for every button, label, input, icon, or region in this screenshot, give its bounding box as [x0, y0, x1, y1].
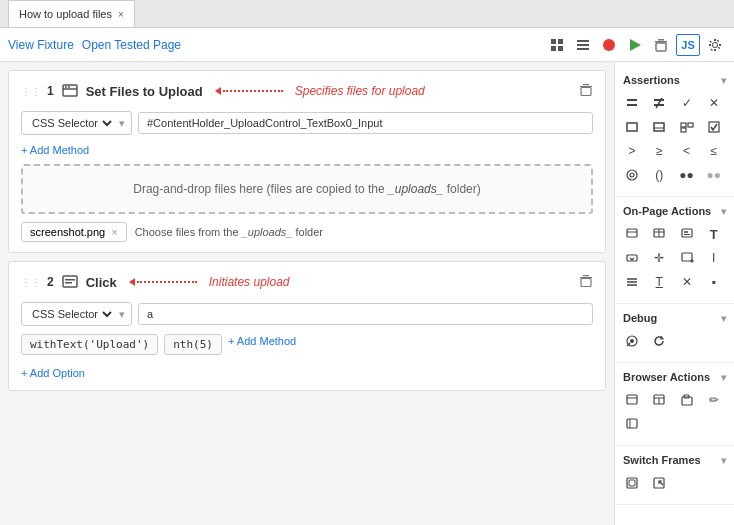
browser-actions-title: Browser Actions	[623, 371, 710, 383]
assert-close-icon[interactable]: ✕	[703, 92, 725, 114]
step-2-add-method[interactable]: + Add Method	[228, 335, 296, 347]
frame-in-icon[interactable]	[621, 472, 643, 494]
step-1-selector-value[interactable]	[138, 112, 593, 134]
action-click-icon[interactable]	[621, 223, 643, 245]
assert-check-icon[interactable]: ✓	[676, 92, 698, 114]
toolbar-icons: JS	[546, 34, 726, 56]
step-1-drop-zone[interactable]: Drag-and-drop files here (files are copi…	[21, 164, 593, 214]
grid-icon[interactable]	[546, 34, 568, 56]
step-2-number: 2	[47, 275, 54, 289]
browser-actions-icons-grid: ✏	[615, 387, 734, 441]
svg-rect-20	[65, 279, 75, 281]
browser-forward-icon[interactable]	[648, 389, 670, 411]
choose-files-link[interactable]: Choose files from the _uploads_ folder	[135, 226, 323, 238]
assert-not-equals-icon[interactable]	[648, 92, 670, 114]
view-fixture-link[interactable]: View Fixture	[8, 38, 74, 52]
step-2-add-option[interactable]: + Add Option	[21, 367, 85, 379]
assertions-header: Assertions ▾	[615, 70, 734, 90]
method-chip-1: withText('Upload')	[21, 334, 158, 355]
svg-rect-33	[681, 123, 686, 127]
file-chip-close[interactable]: ×	[111, 226, 117, 238]
browser-actions-section: Browser Actions ▾ ✏	[615, 363, 734, 446]
method-chip-2: nth(5)	[164, 334, 222, 355]
action-menu-icon[interactable]	[621, 271, 643, 293]
action-dblclick-icon[interactable]	[648, 223, 670, 245]
assert-lte-icon[interactable]: ≤	[703, 140, 725, 162]
svg-rect-6	[577, 48, 589, 50]
svg-rect-1	[558, 39, 563, 44]
assertions-icons-grid: ✓ ✕ > ≥ < ≤	[615, 90, 734, 192]
assert-count-icon[interactable]	[676, 116, 698, 138]
assert-lt-icon[interactable]: <	[676, 140, 698, 162]
action-underline-icon[interactable]: T	[648, 271, 670, 293]
browser-cookie-icon[interactable]	[621, 413, 643, 435]
svg-rect-0	[551, 39, 556, 44]
svg-rect-24	[581, 278, 591, 286]
browser-tab-icon[interactable]	[676, 389, 698, 411]
switch-frames-section: Switch Frames ▾	[615, 446, 734, 505]
on-page-actions-section: On-Page Actions ▾ T ✛	[615, 197, 734, 304]
browser-actions-expand-icon[interactable]: ▾	[721, 372, 726, 383]
open-tested-page-link[interactable]: Open Tested Page	[82, 38, 181, 52]
step-1-delete-button[interactable]	[579, 83, 593, 100]
step-2-selector-select[interactable]: CSS Selector	[28, 307, 115, 321]
assert-right-check-icon[interactable]	[703, 116, 725, 138]
svg-rect-5	[577, 44, 589, 46]
tab-label: How to upload files	[19, 8, 112, 20]
step-1-add-method[interactable]: + Add Method	[21, 144, 89, 156]
tab-close-button[interactable]: ×	[118, 9, 124, 20]
play-icon[interactable]	[624, 34, 646, 56]
step-2-header: ⋮⋮ 2 Click Initiates upload	[21, 272, 593, 292]
assert-equals-icon[interactable]	[621, 92, 643, 114]
step-1-selector-select[interactable]: CSS Selector	[28, 116, 115, 130]
svg-marker-8	[630, 39, 641, 51]
action-select-icon[interactable]	[621, 247, 643, 269]
list-icon[interactable]	[572, 34, 594, 56]
assert-regex-icon[interactable]	[621, 164, 643, 186]
debug-settings-icon[interactable]	[621, 330, 643, 352]
js-badge[interactable]: JS	[676, 34, 700, 56]
step-1-drag-handle[interactable]: ⋮⋮	[21, 86, 41, 97]
assert-gt-icon[interactable]: >	[621, 140, 643, 162]
step-1-selector-type[interactable]: CSS Selector ▾	[21, 111, 132, 135]
delete-toolbar-icon[interactable]	[650, 34, 672, 56]
assertions-expand-icon[interactable]: ▾	[721, 75, 726, 86]
assert-gte-icon[interactable]: ≥	[648, 140, 670, 162]
svg-rect-10	[658, 39, 664, 41]
step-2-delete-button[interactable]	[579, 274, 593, 291]
step-1-number: 1	[47, 84, 54, 98]
action-move-icon[interactable]: ✛	[648, 247, 670, 269]
action-square-icon[interactable]: ▪	[703, 271, 725, 293]
assert-hidden-icon[interactable]: ●●	[703, 164, 725, 186]
assert-visible-icon[interactable]: ●●	[676, 164, 698, 186]
switch-frames-expand-icon[interactable]: ▾	[721, 455, 726, 466]
record-icon[interactable]	[598, 34, 620, 56]
browser-back-icon[interactable]	[621, 389, 643, 411]
active-tab[interactable]: How to upload files ×	[8, 0, 135, 27]
debug-refresh-icon[interactable]	[648, 330, 670, 352]
assert-parens-icon[interactable]: ()	[648, 164, 670, 186]
action-resize-icon[interactable]	[676, 247, 698, 269]
file-name: screenshot.png	[30, 226, 105, 238]
on-page-actions-title: On-Page Actions	[623, 205, 711, 217]
action-type-icon[interactable]	[676, 223, 698, 245]
assert-rect2-icon[interactable]	[648, 116, 670, 138]
frame-out-icon[interactable]	[648, 472, 670, 494]
step-2-selector-type[interactable]: CSS Selector ▾	[21, 302, 132, 326]
assert-rect-icon[interactable]	[621, 116, 643, 138]
svg-rect-36	[709, 122, 719, 132]
assertions-section: Assertions ▾ ✓ ✕	[615, 66, 734, 197]
step-2-selector-value[interactable]	[138, 303, 593, 325]
step-1-description: Specifies files for upload	[295, 84, 425, 98]
browser-edit-icon[interactable]: ✏	[703, 389, 725, 411]
step-2-drag-handle[interactable]: ⋮⋮	[21, 277, 41, 288]
step-2-selector-row: CSS Selector ▾	[21, 302, 593, 326]
step-1-title: Set Files to Upload	[86, 84, 203, 99]
action-cursor-icon[interactable]: I	[703, 247, 725, 269]
on-page-actions-expand-icon[interactable]: ▾	[721, 206, 726, 217]
debug-expand-icon[interactable]: ▾	[721, 313, 726, 324]
action-delete-icon[interactable]: ✕	[676, 271, 698, 293]
svg-rect-4	[577, 40, 589, 42]
action-text-icon[interactable]: T	[703, 223, 725, 245]
settings-icon[interactable]	[704, 34, 726, 56]
